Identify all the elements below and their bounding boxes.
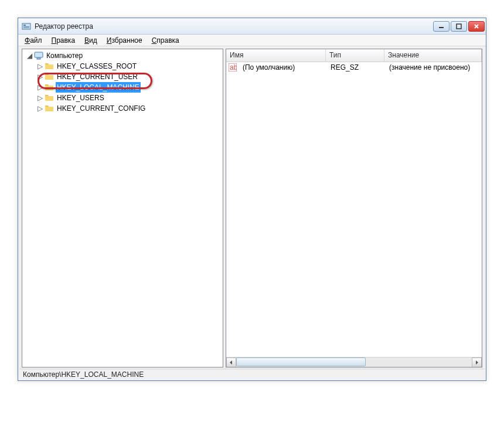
cell-type: REG_SZ bbox=[327, 63, 386, 72]
list-body[interactable]: ab (По умолчанию) REG_SZ (значение не пр… bbox=[226, 62, 482, 357]
svg-rect-9 bbox=[37, 58, 40, 59]
cell-value: (значение не присвоено) bbox=[386, 63, 482, 72]
folder-icon bbox=[45, 93, 54, 103]
expand-icon[interactable]: ▷ bbox=[36, 94, 43, 101]
folder-icon bbox=[45, 62, 54, 71]
minimize-button[interactable] bbox=[433, 21, 449, 32]
tree-item-hklm[interactable]: ▷ HKEY_LOCAL_MACHINE bbox=[36, 82, 223, 93]
horizontal-scrollbar[interactable] bbox=[226, 357, 482, 367]
tree-root-computer[interactable]: ◢ Компьютер bbox=[26, 50, 223, 61]
expand-icon[interactable]: ▷ bbox=[36, 73, 43, 80]
menubar: Файл Правка Вид Избранное Справка bbox=[18, 35, 486, 46]
menu-favorites[interactable]: Избранное bbox=[103, 36, 147, 45]
window-buttons bbox=[432, 21, 485, 32]
column-header-type[interactable]: Тип bbox=[326, 49, 384, 62]
list-header: Имя Тип Значение bbox=[226, 49, 482, 62]
scroll-track[interactable] bbox=[236, 358, 472, 367]
tree-item-hkcc[interactable]: ▷ HKEY_CURRENT_CONFIG bbox=[36, 103, 223, 114]
svg-marker-13 bbox=[476, 360, 478, 365]
regedit-icon bbox=[22, 22, 31, 31]
tree-item-hkcr[interactable]: ▷ HKEY_CLASSES_ROOT bbox=[36, 61, 223, 72]
folder-icon bbox=[45, 83, 54, 92]
column-header-value[interactable]: Значение bbox=[384, 49, 482, 62]
window-title: Редактор реестра bbox=[35, 22, 432, 30]
expand-icon[interactable]: ▷ bbox=[36, 105, 43, 112]
folder-icon bbox=[45, 72, 54, 81]
status-path: Компьютер\HKEY_LOCAL_MACHINE bbox=[23, 370, 144, 379]
svg-text:ab: ab bbox=[230, 63, 237, 72]
scroll-right-button[interactable] bbox=[472, 358, 482, 367]
expand-icon[interactable]: ▷ bbox=[36, 84, 43, 91]
tree-pane[interactable]: ◢ Компьютер ▷ HKEY_CLASSES_ROOT ▷ HKEY_C… bbox=[22, 49, 223, 367]
tree-root-label: Компьютер bbox=[45, 50, 84, 61]
maximize-button[interactable] bbox=[451, 21, 467, 32]
client-area: ◢ Компьютер ▷ HKEY_CLASSES_ROOT ▷ HKEY_C… bbox=[22, 49, 482, 367]
registry-editor-window: Редактор реестра Файл Правка Вид Избранн… bbox=[18, 18, 486, 381]
string-value-icon: ab bbox=[229, 63, 237, 72]
computer-icon bbox=[34, 51, 43, 60]
folder-icon bbox=[45, 104, 54, 113]
menu-file[interactable]: Файл bbox=[21, 36, 46, 45]
svg-rect-5 bbox=[457, 24, 461, 29]
scroll-thumb[interactable] bbox=[236, 358, 366, 366]
column-header-name[interactable]: Имя bbox=[226, 49, 326, 62]
collapse-icon[interactable]: ◢ bbox=[26, 52, 33, 59]
menu-edit[interactable]: Правка bbox=[47, 36, 80, 45]
svg-rect-2 bbox=[23, 26, 29, 27]
svg-rect-1 bbox=[23, 25, 26, 26]
list-pane: Имя Тип Значение ab (По умолчанию) REG_S… bbox=[226, 49, 482, 367]
tree-item-hku[interactable]: ▷ HKEY_USERS bbox=[36, 93, 223, 103]
menu-view[interactable]: Вид bbox=[80, 36, 101, 45]
scroll-left-button[interactable] bbox=[226, 358, 236, 367]
titlebar[interactable]: Редактор реестра bbox=[18, 18, 486, 35]
menu-help[interactable]: Справка bbox=[148, 36, 183, 45]
expand-icon[interactable]: ▷ bbox=[36, 63, 43, 70]
cell-name: (По умолчанию) bbox=[239, 63, 327, 72]
svg-rect-8 bbox=[35, 52, 43, 57]
tree-item-hkcu[interactable]: ▷ HKEY_CURRENT_USER bbox=[36, 72, 223, 82]
list-row[interactable]: ab (По умолчанию) REG_SZ (значение не пр… bbox=[226, 62, 482, 73]
svg-marker-12 bbox=[230, 360, 232, 365]
svg-rect-3 bbox=[23, 28, 29, 28]
close-button[interactable] bbox=[468, 21, 485, 32]
statusbar: Компьютер\HKEY_LOCAL_MACHINE bbox=[19, 369, 485, 379]
